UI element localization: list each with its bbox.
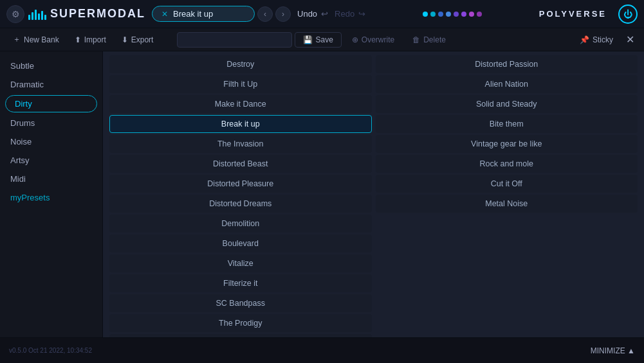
preset-rock-and-mole[interactable]: Rock and mole — [376, 155, 638, 173]
preset-filth-it-up[interactable]: Filth it Up — [109, 75, 372, 93]
trash-icon: 🗑 — [412, 35, 420, 44]
redo-label: Redo — [335, 9, 354, 19]
pin-icon: 📌 — [580, 35, 589, 44]
preset-make-it-dance[interactable]: Make it Dance — [109, 95, 372, 113]
preset-destroy[interactable]: Destroy — [109, 55, 372, 73]
bottom-bar: v0.5.0 Oct 21 2022, 10:34:52 MINIMIZE ▲ — [0, 337, 644, 363]
preset-pill-label: Break it up — [173, 9, 213, 19]
logo-area: ⚙ SUPERMODAL — [6, 5, 145, 23]
export-label: Export — [131, 35, 154, 44]
logo-bar-6 — [44, 15, 46, 20]
preset-cut-it-off[interactable]: Cut it Off — [376, 175, 638, 193]
pill-close-icon[interactable]: ✕ — [161, 10, 168, 19]
main-content: Subtle Dramatic Dirty Drums Noise Artsy … — [0, 51, 644, 337]
overwrite-label: Overwrite — [362, 35, 394, 44]
undo-arrow-icon: ↩ — [321, 9, 328, 19]
save-button[interactable]: 💾 Save — [295, 32, 342, 48]
preset-sc-bandpass[interactable]: SC Bandpass — [109, 294, 372, 312]
sidebar-item-midi[interactable]: Midi — [0, 170, 102, 188]
preset-demolition[interactable]: Demolition — [109, 215, 372, 233]
preset-the-prodigy[interactable]: The Prodigy — [109, 314, 372, 332]
delete-label: Delete — [423, 35, 446, 44]
app-title: SUPERMODAL — [50, 7, 145, 21]
preset-bite-them[interactable]: Bite them — [376, 115, 638, 133]
preset-alien-nation[interactable]: Alien Nation — [376, 75, 638, 93]
preset-solid-and-steady[interactable]: Solid and Steady — [376, 95, 638, 113]
preset-distorted-dreams[interactable]: Distorted Dreams — [109, 195, 372, 213]
preset-filterize-it[interactable]: Filterize it — [109, 274, 372, 292]
import-label: Import — [84, 35, 106, 44]
export-button[interactable]: ⬇ Export — [115, 33, 160, 47]
logo-bar-2 — [32, 12, 33, 20]
plus-icon: ＋ — [13, 34, 21, 45]
sidebar-item-subtle[interactable]: Subtle — [0, 57, 102, 75]
logo-bar-5 — [41, 11, 43, 20]
preset-col-2: Distorted Passion Alien Nation Solid and… — [376, 55, 638, 333]
sidebar-item-dirty[interactable]: Dirty — [5, 95, 97, 112]
preset-pill[interactable]: ✕ Break it up — [152, 6, 255, 22]
search-input[interactable] — [177, 32, 291, 48]
preset-nav: ✕ Break it up ‹ › — [152, 6, 291, 22]
top-bar: ⚙ SUPERMODAL ✕ Break it up ‹ › Undo ↩ Re… — [0, 0, 644, 28]
new-bank-button[interactable]: ＋ New Bank — [6, 31, 66, 48]
dot-4 — [446, 12, 451, 17]
logo-bar-3 — [35, 10, 37, 20]
dots-area — [372, 12, 533, 17]
preset-vintage-gear-be-like[interactable]: Vintage gear be like — [376, 135, 638, 153]
new-bank-label: New Bank — [24, 35, 59, 44]
import-icon: ⬆ — [75, 35, 81, 44]
dot-8 — [477, 12, 482, 17]
undo-redo-area: Undo ↩ Redo ↪ — [297, 9, 365, 19]
sticky-button[interactable]: 📌 Sticky — [573, 33, 620, 47]
minimize-button[interactable]: MINIMIZE ▲ — [591, 346, 635, 355]
dot-3 — [438, 12, 443, 17]
search-wrap — [177, 32, 291, 48]
preset-distorted-pleasure[interactable]: Distorted Pleasure — [109, 175, 372, 193]
dot-6 — [461, 12, 466, 17]
overwrite-button[interactable]: ⊕ Overwrite — [344, 33, 402, 47]
logo-bars — [28, 8, 46, 20]
preset-distorted-beast[interactable]: Distorted Beast — [109, 155, 372, 173]
save-label: Save — [316, 35, 333, 44]
dot-2 — [430, 12, 436, 17]
preset-columns: Destroy Filth it Up Make it Dance Break … — [103, 51, 644, 337]
power-button[interactable]: ⏻ — [618, 4, 638, 24]
close-button[interactable]: ✕ — [622, 32, 638, 48]
logo-bar-4 — [38, 13, 40, 20]
save-icon: 💾 — [303, 35, 313, 44]
sidebar-item-dramatic[interactable]: Dramatic — [0, 75, 102, 94]
preset-col-1: Destroy Filth it Up Make it Dance Break … — [109, 55, 372, 333]
preset-boulevard[interactable]: Boulevard — [109, 235, 372, 252]
delete-button[interactable]: 🗑 Delete — [405, 33, 454, 47]
sidebar-item-artsy[interactable]: Artsy — [0, 151, 102, 170]
sidebar: Subtle Dramatic Dirty Drums Noise Artsy … — [0, 51, 103, 337]
logo-bar-1 — [28, 15, 30, 20]
minimize-label: MINIMIZE ▲ — [591, 346, 635, 355]
preset-the-invasion[interactable]: The Invasion — [109, 135, 372, 153]
dot-1 — [423, 12, 428, 17]
gear-icon[interactable]: ⚙ — [6, 5, 24, 23]
undo-button[interactable]: Undo — [297, 9, 317, 19]
redo-arrow-icon: ↪ — [358, 9, 365, 19]
prev-preset-button[interactable]: ‹ — [257, 6, 273, 22]
sidebar-item-noise[interactable]: Noise — [0, 132, 102, 151]
sidebar-item-mypresets[interactable]: myPresets — [0, 188, 102, 207]
sidebar-item-drums[interactable]: Drums — [0, 114, 102, 132]
preset-area: Destroy Filth it Up Make it Dance Break … — [103, 51, 644, 337]
polyverse-logo: POLYVERSE — [539, 9, 607, 19]
import-button[interactable]: ⬆ Import — [68, 33, 113, 47]
dot-7 — [469, 12, 474, 17]
overwrite-icon: ⊕ — [352, 35, 358, 44]
preset-vitalize[interactable]: Vitalize — [109, 254, 372, 272]
preset-break-it-up[interactable]: Break it up — [109, 115, 372, 133]
dot-5 — [454, 12, 459, 17]
preset-growl-filter[interactable]: Growl Filter — [109, 334, 372, 337]
preset-metal-noise[interactable]: Metal Noise — [376, 195, 638, 213]
next-preset-button[interactable]: › — [275, 6, 291, 22]
version-text: v0.5.0 Oct 21 2022, 10:34:52 — [9, 347, 92, 354]
sticky-label: Sticky — [593, 35, 613, 44]
preset-distorted-passion[interactable]: Distorted Passion — [376, 55, 638, 73]
export-icon: ⬇ — [122, 35, 128, 44]
action-bar: ＋ New Bank ⬆ Import ⬇ Export 💾 Save ⊕ Ov… — [0, 28, 644, 51]
